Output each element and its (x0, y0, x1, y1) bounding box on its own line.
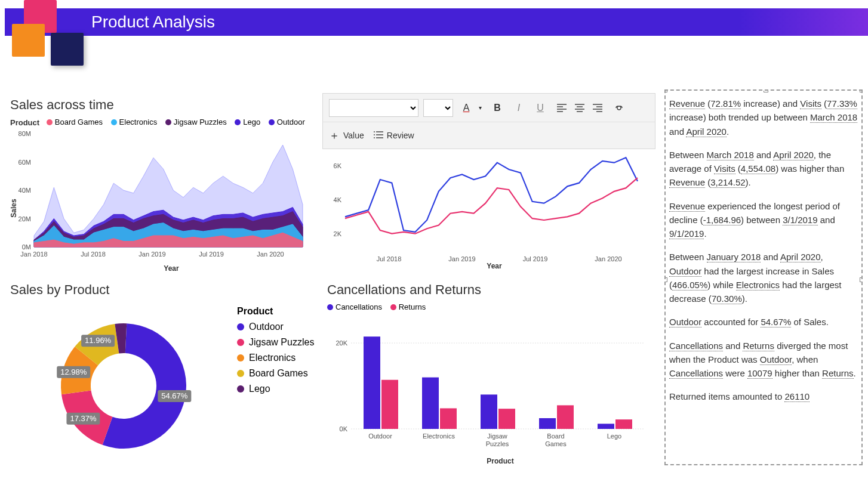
svg-text:Year: Year (487, 262, 502, 270)
svg-text:Jan 2018: Jan 2018 (20, 251, 47, 258)
resize-handle[interactable] (860, 277, 863, 282)
svg-text:4K: 4K (334, 196, 342, 203)
svg-text:Jan 2019: Jan 2019 (448, 255, 475, 262)
svg-text:40M: 40M (19, 187, 31, 194)
insight-line: Between March 2018 and April 2020, the a… (669, 148, 858, 190)
svg-text:80M: 80M (19, 131, 31, 137)
svg-text:Jul 2018: Jul 2018 (377, 255, 402, 262)
svg-text:20K: 20K (335, 339, 347, 347)
link-icon[interactable] (611, 100, 627, 116)
svg-rect-46 (598, 424, 614, 429)
insight-line: Between January 2018 and April 2020, Out… (669, 250, 858, 305)
legend: Product Board Games Electronics Jigsaw P… (10, 118, 315, 127)
insight-line: Revenue experienced the longest period o… (669, 199, 858, 241)
header-bar: Product Analysis (5, 8, 868, 36)
svg-text:17.37%: 17.37% (70, 414, 97, 423)
logo (6, 0, 84, 78)
chart-sales-by-product[interactable]: Sales by Product 54.67%17.37%12.98%11.96… (10, 282, 315, 472)
font-size-select[interactable] (423, 99, 453, 117)
svg-text:2K: 2K (334, 230, 342, 237)
bold-button[interactable]: B (489, 100, 506, 116)
svg-rect-33 (381, 379, 398, 428)
italic-button[interactable]: I (510, 100, 527, 116)
resize-handle[interactable] (664, 89, 667, 92)
svg-text:Outdoor: Outdoor (368, 432, 392, 440)
svg-text:Sales: Sales (10, 198, 18, 217)
list-icon (374, 131, 383, 141)
svg-text:Jan 2020: Jan 2020 (595, 255, 621, 262)
svg-text:Jul 2019: Jul 2019 (199, 251, 224, 258)
svg-text:11.96%: 11.96% (85, 336, 112, 345)
svg-text:Jul 2018: Jul 2018 (81, 251, 106, 258)
plus-icon: ＋ (329, 128, 340, 143)
page-title: Product Analysis (91, 13, 215, 32)
text-format-toolbar: A ▾ B I U ＋ Value Review (322, 93, 655, 149)
svg-text:54.67%: 54.67% (161, 391, 188, 400)
svg-text:Lego: Lego (607, 432, 621, 440)
svg-text:Electronics: Electronics (423, 432, 455, 440)
resize-handle[interactable] (860, 89, 863, 92)
font-color-dropdown-icon[interactable]: ▾ (476, 100, 484, 116)
svg-text:Product: Product (487, 457, 513, 465)
svg-rect-47 (615, 419, 632, 429)
svg-text:Jul 2019: Jul 2019 (523, 255, 548, 262)
resize-handle[interactable] (764, 89, 768, 92)
chart-cancellations-returns[interactable]: Cancellations and Returns Cancellations … (327, 282, 655, 467)
svg-text:Board: Board (547, 432, 564, 440)
resize-handle[interactable] (664, 277, 667, 282)
align-left-icon[interactable] (553, 100, 570, 116)
svg-rect-35 (422, 377, 439, 428)
svg-rect-32 (364, 336, 380, 429)
underline-button[interactable]: U (532, 100, 549, 116)
svg-text:6K: 6K (334, 162, 342, 169)
svg-rect-38 (481, 394, 497, 429)
svg-text:Games: Games (545, 440, 567, 447)
svg-text:Year: Year (164, 264, 179, 273)
svg-text:Jan 2020: Jan 2020 (257, 251, 284, 258)
donut-svg: 54.67%17.37%12.98%11.96% (10, 302, 225, 469)
insight-line: Returned items amounted to 26110 (669, 390, 858, 403)
insight-line: Outdoor accounted for 54.67% of Sales. (669, 315, 858, 329)
svg-rect-39 (498, 409, 515, 429)
insight-line: Cancellations and Returns diverged the m… (669, 339, 858, 381)
svg-text:0M: 0M (22, 243, 31, 251)
svg-text:0K: 0K (340, 425, 348, 432)
legend: Cancellations Returns (327, 302, 655, 312)
font-color-button[interactable]: A (458, 100, 475, 116)
svg-text:60M: 60M (19, 158, 31, 165)
chart-title: Sales across time (10, 97, 315, 113)
svg-rect-36 (440, 408, 457, 429)
chart-sales-across-time[interactable]: Sales across time Product Board Games El… (10, 97, 315, 276)
svg-text:Puzzles: Puzzles (486, 440, 509, 447)
svg-rect-43 (557, 405, 574, 429)
donut-legend: Product Outdoor Jigsaw Puzzles Electroni… (237, 306, 314, 399)
area-chart-svg: 0M20M40M60M80MJan 2018Jul 2018Jan 2019Ju… (10, 131, 309, 274)
chart-title: Sales by Product (10, 282, 315, 298)
font-family-select[interactable] (329, 99, 418, 117)
insights-textbox[interactable]: Revenue (72.81% increase) and Visits (77… (664, 89, 863, 465)
review-button[interactable]: Review (374, 131, 414, 141)
svg-text:Jan 2019: Jan 2019 (138, 251, 165, 258)
svg-text:12.98%: 12.98% (60, 367, 87, 376)
bar-chart-svg: 0K20KOutdoorElectronicsJigsawPuzzlesBoar… (327, 316, 650, 465)
svg-text:20M: 20M (19, 215, 31, 222)
svg-text:Jigsaw: Jigsaw (487, 432, 507, 440)
align-center-icon[interactable] (571, 100, 588, 116)
add-value-button[interactable]: ＋ Value (329, 128, 364, 143)
align-right-icon[interactable] (589, 100, 606, 116)
chart-title: Cancellations and Returns (327, 282, 655, 298)
svg-rect-42 (539, 418, 556, 429)
insight-line: Revenue (72.81% increase) and Visits (77… (669, 97, 858, 138)
